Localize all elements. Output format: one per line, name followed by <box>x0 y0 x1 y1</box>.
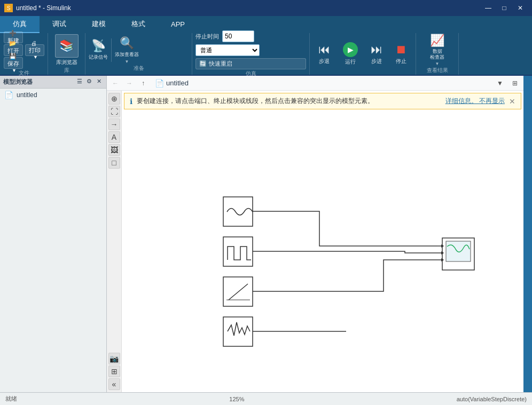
canvas-dropdown-button[interactable]: ▼ <box>494 77 506 89</box>
library-icon: 📚 <box>59 39 74 53</box>
rect-tool-button[interactable]: □ <box>108 157 120 169</box>
tree-item-label: untitled <box>17 91 37 99</box>
breadcrumb: 📄 untitled <box>155 79 492 88</box>
camera-button[interactable]: 📷 <box>108 353 120 364</box>
menu-tab-format[interactable]: 格式 <box>119 16 158 33</box>
wire-ramp-scope <box>253 260 437 291</box>
window-controls: — □ ✕ <box>481 3 528 13</box>
new-icon: ➕ <box>9 30 17 37</box>
zoom-level: 125% <box>229 396 244 402</box>
data-inspector-icon: 📈 <box>430 34 444 47</box>
step-forward-button[interactable]: ⏭ 步进 <box>365 41 388 67</box>
restart-icon: 🔄 <box>199 60 207 67</box>
play-icon: ▶ <box>343 42 358 57</box>
toolbar-sim-section: 停止时间 普通 加速 快速加速 解释器 🔄 快速重启 仿真 <box>192 33 310 75</box>
prepare-section-label: 准备 <box>89 65 189 72</box>
panel-header: 模型浏览器 ☰ ⚙ ✕ <box>0 76 106 89</box>
scope-port-2 <box>441 252 443 254</box>
simulink-canvas[interactable] <box>122 112 523 392</box>
canvas-toolbar: ← → ↑ 📄 untitled ▼ ⊞ <box>107 76 523 91</box>
panel-list-view-button[interactable]: ☰ <box>75 78 84 86</box>
quick-restart-button[interactable]: 🔄 快速重启 <box>195 58 306 69</box>
redo-button[interactable]: → <box>123 77 136 89</box>
simulink-diagram <box>122 112 523 392</box>
app-icon: S <box>4 4 13 12</box>
simulation-mode-select[interactable]: 普通 加速 快速加速 解释器 <box>195 44 260 56</box>
right-sidebar <box>523 76 532 392</box>
menu-tab-debug[interactable]: 调试 <box>40 16 79 33</box>
panel-controls: ☰ ⚙ ✕ <box>75 78 103 86</box>
stop-icon: ⏹ <box>395 43 407 57</box>
file-buttons: ➕ 新建 📂 打开 ▼ 💾 保存 ▼ <box>4 31 44 69</box>
window-title: untitled * - Simulink <box>16 4 481 12</box>
nav-button[interactable]: ⊞ <box>108 366 120 377</box>
maximize-button[interactable]: □ <box>497 3 512 13</box>
text-tool-button[interactable]: A <box>108 131 120 143</box>
scope-port-3 <box>441 259 443 261</box>
arrow-tool-button[interactable]: → <box>108 118 120 130</box>
stop-button[interactable]: ⏹ 停止 <box>390 41 412 67</box>
undo-button[interactable]: ← <box>109 77 122 89</box>
canvas-toolbar-right: ▼ ⊞ <box>494 77 521 89</box>
wire-sine-scope <box>253 211 437 246</box>
data-inspector-button[interactable]: 📈 数据检查器 ▼ <box>430 34 444 66</box>
info-icon: ℹ <box>130 97 132 106</box>
tree-item-icon: 📄 <box>4 91 13 99</box>
toolbar-library-section: 📚 库浏览器 库 <box>48 33 85 75</box>
tree-item-untitled[interactable]: 📄 untitled <box>0 89 106 101</box>
panel-close-button[interactable]: ✕ <box>95 78 103 86</box>
save-button[interactable]: 💾 保存 ▼ <box>4 57 23 69</box>
library-section-label: 库 <box>51 67 82 74</box>
step-back-icon: ⏮ <box>318 43 330 57</box>
library-browser-button[interactable]: 📚 <box>55 34 79 58</box>
canvas-area: ← → ↑ 📄 untitled ▼ ⊞ ⊕ ⛶ → A 🖼 □ <box>107 76 523 392</box>
noise-block[interactable] <box>223 317 253 346</box>
image-tool-button[interactable]: 🖼 <box>108 144 120 156</box>
model-browser-panel: 模型浏览器 ☰ ⚙ ✕ 📄 untitled <box>0 76 107 392</box>
toolbar-run-section: ⏮ 步退 ▶ 运行 ⏭ 步进 ⏹ 停止 <box>310 33 416 75</box>
fit-view-button[interactable]: ⛶ <box>108 106 120 117</box>
save-icon: 💾 <box>9 53 17 60</box>
close-button[interactable]: ✕ <box>513 3 528 13</box>
info-close-button[interactable]: ✕ <box>509 97 515 106</box>
record-icon: 📡 <box>91 39 106 53</box>
sine-wave-block[interactable] <box>223 197 253 226</box>
record-signal-button[interactable]: 📡 记录信号 <box>89 39 108 61</box>
menu-tab-modeling[interactable]: 建模 <box>79 16 119 33</box>
panel-title: 模型浏览器 <box>3 78 33 86</box>
menu-tab-simulation[interactable]: 仿真 <box>0 16 40 33</box>
stop-time-input[interactable] <box>222 30 254 42</box>
info-text: 要创建连接，请点击端口、终止模块或线段，然后点击兼容的突出显示的模型元素。 <box>137 97 441 106</box>
zoom-area-button[interactable]: ⊕ <box>108 93 120 105</box>
minimize-button[interactable]: — <box>481 3 496 13</box>
main-area: 模型浏览器 ☰ ⚙ ✕ 📄 untitled ← → ↑ 📄 untitled … <box>0 76 532 392</box>
menu-tab-app[interactable]: APP <box>158 16 198 33</box>
stop-time-label: 停止时间 <box>195 33 219 41</box>
step-back-button[interactable]: ⏮ 步退 <box>313 41 335 67</box>
status-text: 就绪 <box>5 395 17 403</box>
toolbar-results-section: 📈 数据检查器 ▼ 查看结果 <box>416 33 459 75</box>
add-inspector-button[interactable]: 🔍 添加查看器 ▼ <box>115 36 139 64</box>
navigate-up-button[interactable]: ↑ <box>137 77 150 89</box>
results-section-label: 查看结果 <box>419 67 455 74</box>
solver-info: auto(VariableStepDiscrete) <box>457 396 527 402</box>
scope-port-1 <box>441 245 443 247</box>
save-button-row: 💾 保存 ▼ <box>4 57 23 69</box>
step-forward-icon: ⏭ <box>371 43 382 57</box>
run-button[interactable]: ▶ 运行 <box>338 40 363 68</box>
title-bar: S untitled * - Simulink — □ ✕ <box>0 0 532 16</box>
breadcrumb-text: untitled <box>166 79 189 87</box>
panel-settings-button[interactable]: ⚙ <box>85 78 93 86</box>
print-button[interactable]: 🖨 打印 ▼ <box>25 44 44 56</box>
breadcrumb-icon: 📄 <box>155 79 164 88</box>
print-icon: 🖨 <box>31 40 37 46</box>
toolbar-file-section: ➕ 新建 📂 打开 ▼ 💾 保存 ▼ <box>0 33 48 75</box>
folder-icon: 📂 <box>9 40 17 47</box>
wire-pulse-scope <box>253 251 437 253</box>
zoom-sidebar: ⊕ ⛶ → A 🖼 □ 📷 ⊞ « <box>107 91 122 392</box>
canvas-grid-button[interactable]: ⊞ <box>508 77 521 89</box>
inspector-icon: 🔍 <box>120 36 134 50</box>
collapse-button[interactable]: « <box>108 378 120 390</box>
scope-screen <box>446 241 471 261</box>
info-detail-link[interactable]: 详细信息。 不再显示 <box>445 97 505 106</box>
